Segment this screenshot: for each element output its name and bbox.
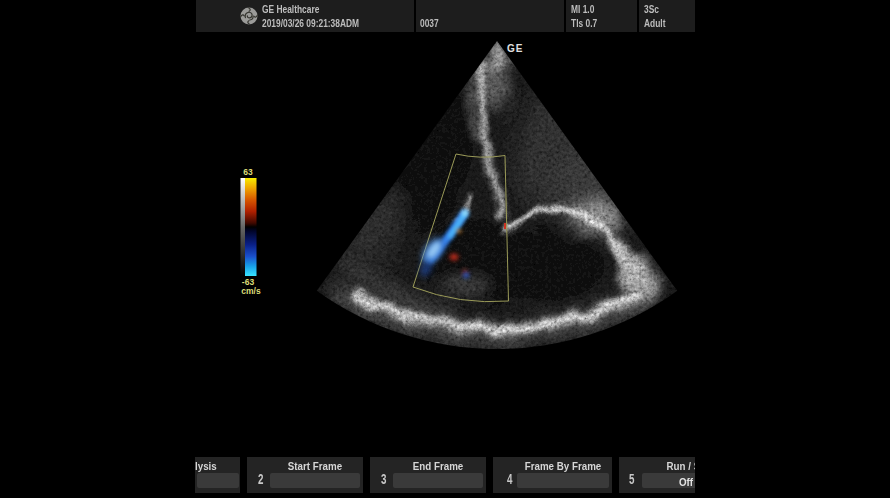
svg-text:cm/s: cm/s (241, 286, 261, 296)
svg-text:63: 63 (243, 167, 253, 177)
svg-text:GE: GE (507, 43, 523, 54)
